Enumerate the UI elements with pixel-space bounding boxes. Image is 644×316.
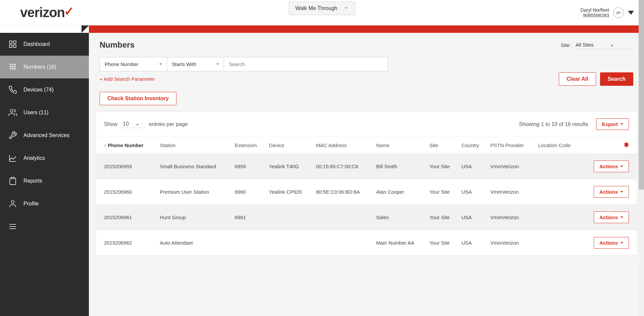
table-row: 2015206961Hunt Group6961SalesYour SiteUS… — [96, 205, 637, 230]
table-cell-actions: Actions — [582, 179, 637, 205]
table-cell-actions: Actions — [582, 230, 637, 256]
table-cell: 6960 — [231, 179, 266, 205]
table-cell: Your Site — [426, 205, 458, 230]
check-station-inventory-button[interactable]: Check Station Inventory — [100, 92, 176, 105]
walk-me-label: Walk Me Through — [295, 5, 337, 11]
table-cell: Your Site — [426, 154, 458, 179]
svg-point-15 — [11, 200, 14, 203]
profile-icon — [8, 199, 17, 208]
table-cell: Premium User Station — [157, 179, 231, 205]
accent-bar — [89, 25, 644, 33]
export-button[interactable]: Export — [596, 118, 629, 130]
chevron-down-icon — [621, 123, 623, 125]
column-country[interactable]: Country — [458, 137, 487, 154]
column-pstn-provider[interactable]: PSTN Provider — [487, 137, 535, 154]
column-settings[interactable] — [582, 137, 637, 154]
table-cell: 2015206959 — [96, 154, 157, 179]
sidebar-item-label: Numbers (16) — [23, 64, 56, 70]
sidebar-item-dashboard[interactable]: Dashboard — [0, 33, 89, 56]
actions-button[interactable]: Actions — [594, 237, 629, 249]
table-row: 2015206962Auto AttendantMain Number AAYo… — [96, 230, 637, 256]
table-cell: Bill Smith — [373, 154, 426, 179]
column-phone-number[interactable]: ↑ Phone Number — [96, 137, 157, 154]
table-cell: Your Site — [426, 179, 458, 205]
column-name[interactable]: Name — [373, 137, 426, 154]
walk-me-through-dropdown[interactable]: Walk Me Through — [289, 2, 355, 15]
column-device[interactable]: Device — [266, 137, 313, 154]
search-input[interactable] — [224, 57, 388, 71]
svg-point-11 — [12, 68, 13, 69]
actions-button[interactable]: Actions — [594, 211, 629, 223]
table-cell: Yealink T40G — [266, 154, 313, 179]
phone-icon — [8, 85, 17, 94]
svg-point-6 — [14, 64, 15, 65]
dashboard-icon — [8, 40, 17, 49]
column-site[interactable]: Site — [426, 137, 458, 154]
sidebar-item-reports[interactable]: Reports — [0, 170, 89, 192]
user-menu[interactable]: Daryl Norfleet 9085598283 dn — [580, 7, 634, 18]
column-station[interactable]: Station — [157, 137, 231, 154]
svg-point-7 — [10, 66, 11, 67]
table-cell: VmmVerizon — [487, 179, 535, 205]
table-row: 2015206959Small Business Standard6959Yea… — [96, 154, 637, 179]
svg-rect-3 — [13, 45, 16, 48]
table-row: 2015206960Premium User Station6960Yealin… — [96, 179, 637, 205]
column-location-code[interactable]: Location Code — [535, 137, 582, 154]
table-cell: Your Site — [426, 230, 458, 256]
logo-text: verizon — [20, 5, 65, 20]
sidebar-item-users[interactable]: Users (11) — [0, 101, 89, 124]
column-extension[interactable]: Extension — [231, 137, 266, 154]
table-cell — [535, 205, 582, 230]
table-cell: 2015206962 — [96, 230, 157, 256]
table-cell: 80:5E:C0:06:BD:8A — [313, 179, 373, 205]
chevron-down-icon — [628, 11, 634, 15]
sidebar-item-profile[interactable]: Profile — [0, 192, 89, 215]
table-cell: Hunt Group — [157, 205, 231, 230]
svg-point-10 — [10, 68, 11, 69]
site-select[interactable]: All Sites — [574, 41, 633, 49]
chevron-down-icon — [610, 45, 613, 47]
clipboard-icon — [8, 176, 17, 186]
sidebar-item-advanced-services[interactable]: Advanced Services — [0, 124, 89, 147]
sidebar: Dashboard Numbers (16) Devices (74) User… — [0, 33, 89, 316]
table-cell — [535, 179, 582, 205]
chevron-down-icon — [159, 63, 162, 65]
svg-rect-14 — [11, 177, 14, 179]
search-field-select[interactable]: Phone Number — [100, 57, 167, 71]
sidebar-item-label: Users (11) — [23, 110, 49, 116]
search-match-select[interactable]: Starts With — [167, 57, 224, 71]
sidebar-item-analytics[interactable]: Analytics — [0, 147, 89, 170]
show-label: Show — [104, 121, 117, 127]
site-value: All Sites — [576, 42, 594, 48]
users-icon — [8, 108, 17, 117]
sidebar-item-label: Analytics — [23, 155, 45, 161]
svg-rect-1 — [13, 41, 16, 44]
checkmark-icon: ✓ — [64, 4, 74, 18]
table-cell: Small Business Standard — [157, 154, 231, 179]
results-count: Showing 1 to 10 of 16 results — [519, 121, 588, 127]
search-button[interactable]: Search — [600, 72, 633, 86]
sidebar-item-devices[interactable]: Devices (74) — [0, 78, 89, 101]
menu-icon — [8, 222, 17, 231]
actions-button[interactable]: Actions — [594, 186, 629, 198]
table-cell-actions: Actions — [582, 205, 637, 230]
sidebar-item-label: Dashboard — [23, 41, 50, 47]
clear-all-button[interactable]: Clear All — [559, 72, 596, 86]
table-cell: 6959 — [231, 154, 266, 179]
table-cell — [313, 230, 373, 256]
sidebar-collapse[interactable] — [0, 215, 89, 238]
table-cell: 6961 — [231, 205, 266, 230]
table-cell: VmmVerizon — [487, 230, 535, 256]
actions-button[interactable]: Actions — [594, 161, 629, 172]
scrollbar-thumb[interactable] — [639, 0, 644, 190]
svg-point-12 — [14, 68, 15, 69]
chevron-down-icon — [621, 242, 623, 244]
sidebar-item-numbers[interactable]: Numbers (16) — [0, 56, 89, 78]
entries-per-page-select[interactable]: 10 — [121, 120, 145, 128]
chevron-down-icon — [621, 191, 623, 193]
sidebar-item-label: Reports — [23, 178, 42, 184]
scrollbar[interactable] — [639, 0, 644, 316]
sidebar-item-label: Advanced Services — [23, 132, 69, 138]
column-mac-address[interactable]: MAC Address — [313, 137, 373, 154]
table-cell — [266, 205, 313, 230]
